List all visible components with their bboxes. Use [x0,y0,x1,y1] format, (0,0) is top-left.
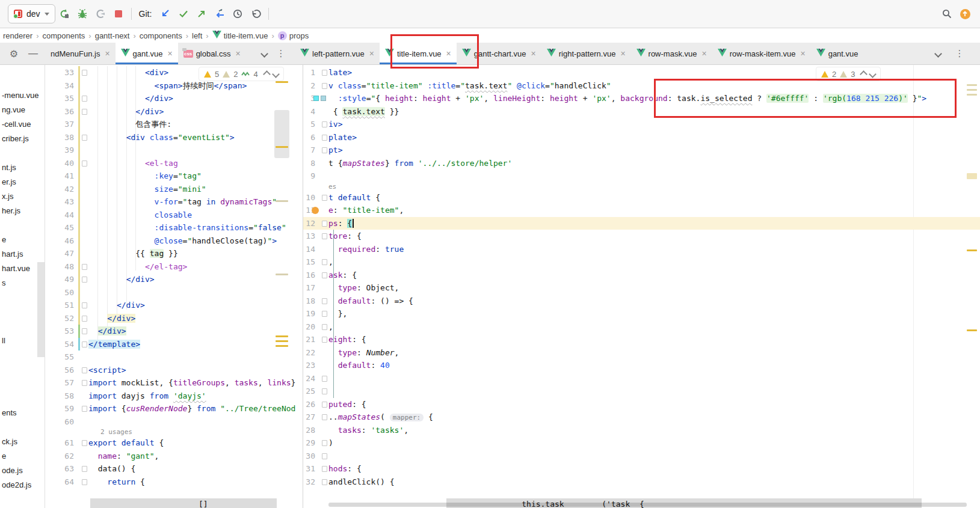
code-text[interactable]: plate> [328,131,357,144]
fold-marker[interactable] [82,70,87,76]
fold-marker[interactable] [322,147,327,153]
code-text[interactable]: required: true [328,243,404,256]
code-line[interactable]: 57import mockList, {titleGroups, tasks, … [45,376,303,390]
code-text[interactable]: :style="{ height: height + 'px', lineHei… [328,92,926,105]
next-problem-icon[interactable] [869,70,877,78]
code-text[interactable]: type: Object, [328,281,399,295]
inspections-widget[interactable]: 5 2 4 [199,67,284,81]
fold-marker[interactable] [322,195,327,201]
code-line[interactable]: 6plate> [303,131,980,144]
fold-marker[interactable] [82,161,87,167]
code-line[interactable]: 48 </el-tag> [45,260,303,274]
line-number[interactable]: 8 [303,157,328,170]
code-text[interactable]: v class="title-item" :title="task.text" … [328,79,611,93]
code-text[interactable]: :key="tag" [88,170,202,183]
code-text[interactable]: eight: { [328,333,366,346]
code-text[interactable]: e: "title-item", [328,204,404,217]
code-line[interactable]: 38 <div class="eventList"> [45,131,303,144]
code-line[interactable]: 13tore: { [303,230,980,243]
breadcrumb-item[interactable]: left [190,31,204,40]
code-text[interactable]: { task.text }} [328,105,399,118]
breadcrumb-item[interactable]: components [138,31,184,40]
kebab-menu-icon[interactable]: ⋮ [953,43,966,64]
git-push-button[interactable] [193,5,211,23]
line-number[interactable]: 28 [303,424,328,437]
fold-marker[interactable] [322,479,327,485]
line-number[interactable]: 55 [45,350,88,364]
search-everywhere-icon[interactable] [938,5,956,23]
debug-button[interactable] [73,5,91,23]
line-number[interactable]: 42 [45,183,88,196]
line-number[interactable]: 41 [45,170,88,183]
error-stripe-mark[interactable] [967,329,977,331]
project-file-item[interactable]: hart.vue [2,262,30,275]
code-text[interactable]: ps: { [328,217,354,230]
code-text[interactable]: </el-tag> [88,260,187,274]
code-line[interactable]: 19 }, [303,307,980,320]
editor-tab[interactable]: right-pattern.vue× [541,43,631,64]
line-number[interactable]: 37 [45,118,88,131]
code-line[interactable]: 63 data() { [45,462,303,476]
git-update-button[interactable] [156,5,174,23]
code-line[interactable]: 52 </div> [45,312,303,325]
fold-marker[interactable] [322,453,327,459]
fold-marker[interactable] [322,121,327,127]
code-text[interactable]: </div> [88,92,173,105]
project-file-item[interactable]: -menu.vue [2,89,39,102]
code-line[interactable]: 18 default: () => { [303,295,980,308]
code-text[interactable]: default: 40 [328,359,390,372]
line-number[interactable]: 43 [45,195,88,209]
chevron-down-icon[interactable] [931,43,945,64]
fold-marker[interactable] [322,388,327,394]
profiler-button[interactable] [91,5,109,23]
fold-marker[interactable] [322,298,327,304]
code-line[interactable]: 56<script> [45,364,303,377]
code-text[interactable]: name: "gant", [88,450,159,463]
error-stripe-mark[interactable] [967,84,977,86]
fold-marker[interactable] [322,135,327,141]
fold-marker[interactable] [82,96,87,102]
code-line[interactable]: 61export default { [45,436,303,450]
code-line[interactable]: 8t {mapStates} from '../../store/helper' [303,157,980,170]
code-text[interactable]: </div> [88,312,135,325]
line-number[interactable]: 62 [45,450,88,463]
fold-marker[interactable] [322,466,327,472]
code-line[interactable]: 12ps: { [303,217,980,230]
code-line[interactable]: 10t default { [303,191,980,204]
code-text[interactable]: ) [328,436,333,450]
code-text[interactable]: </div> [88,325,126,338]
code-line[interactable]: 60 [45,415,303,429]
fold-marker[interactable] [322,337,327,343]
code-text[interactable]: pt> [328,144,342,157]
code-text[interactable]: late> [328,66,352,79]
line-number[interactable]: 14 [303,243,328,256]
code-text[interactable]: closable [88,209,192,222]
code-line[interactable]: 49 </div> [45,273,303,286]
ide-update-notification-icon[interactable] [956,5,974,23]
project-file-item[interactable]: er.js [2,176,16,189]
code-line[interactable]: 22 type: Number, [303,346,980,360]
code-text[interactable]: }, [328,307,347,320]
fold-marker[interactable] [322,272,327,278]
code-line[interactable]: 58import dayjs from 'dayjs' [45,390,303,403]
code-text[interactable]: export default { [88,436,164,450]
fold-marker[interactable] [82,440,87,446]
breadcrumb-item[interactable]: gantt-next [93,31,132,40]
code-text[interactable]: </div> [88,299,145,312]
line-number[interactable]: 39 [45,144,88,157]
color-swatch[interactable] [321,96,326,101]
fold-marker[interactable] [82,367,87,373]
code-text[interactable]: tore: { [328,230,362,243]
code-line[interactable]: 20, [303,320,980,334]
close-icon[interactable]: × [105,49,109,58]
partial-code-line[interactable]: [] [90,498,277,508]
fold-marker[interactable] [322,233,327,239]
code-text[interactable]: t {mapStates} from '../../store/helper' [328,157,512,170]
history-button[interactable] [229,5,247,23]
code-text[interactable]: @close="handleClose(tag)"> [88,234,277,248]
code-line[interactable]: 11e: "title-item", [303,204,980,217]
fold-marker[interactable] [82,109,87,115]
project-file-item[interactable]: ode.js [2,464,23,477]
editor-tab[interactable]: gant.vue [811,43,864,64]
horizontal-scrollbar[interactable] [328,503,967,507]
